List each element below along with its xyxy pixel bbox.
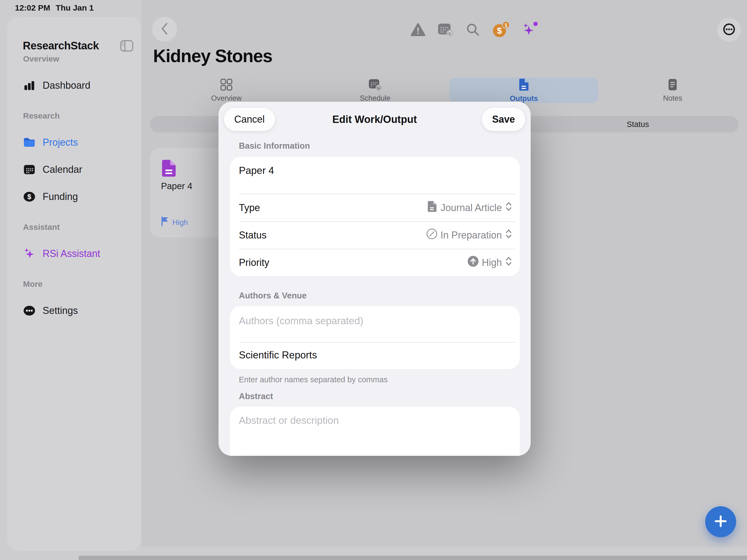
type-row: Type Journal Article [239,194,513,221]
tab-schedule[interactable]: Schedule [301,78,449,103]
clock-time: 12:02 PM [15,3,50,12]
bar-chart-icon [23,79,35,92]
tab-label: Notes [663,94,682,103]
pencil-circle-icon [426,228,438,242]
toolbar: $1 [410,21,538,39]
sidebar-section-assistant: Assistant [23,222,60,232]
arrow-up-circle-icon [467,255,479,270]
tab-outputs[interactable]: Outputs [449,78,598,103]
flag-icon [161,216,169,228]
sidebar-item-projects[interactable]: Projects [23,135,78,150]
sidebar-item-settings[interactable]: Settings [23,303,78,318]
authors-venue-card [230,306,520,369]
status-value: In Preparation [441,230,502,241]
sidebar-item-label: Projects [43,137,78,148]
status-label: Status [239,230,266,241]
type-value: Journal Article [441,202,502,214]
notes-icon [667,78,678,92]
tab-label: Overview [211,94,242,103]
sidebar-item-label: Calendar [43,164,82,175]
sidebar: ResearchStack Overview Dashboard Researc… [7,17,141,551]
authors-field[interactable] [239,315,505,327]
more-button[interactable] [717,18,741,42]
sidebar-section-research: Research [23,111,60,121]
sidebar-toggle-icon[interactable] [120,40,133,53]
priority-picker[interactable]: High [467,255,513,270]
tab-label: Schedule [360,94,391,103]
section-authors-venue: Authors & Venue [239,291,307,301]
chevron-up-down-icon [505,201,513,215]
priority-row: Priority High [239,249,513,276]
type-picker[interactable]: Journal Article [427,201,513,215]
sidebar-item-calendar[interactable]: Calendar [23,162,82,177]
sidebar-section-more: More [23,279,43,289]
sidebar-item-label: Dashboard [43,80,91,91]
grid-icon [220,78,233,92]
calendar-clock-icon[interactable] [438,22,454,38]
sidebar-item-label: RSi Assistant [43,248,100,259]
type-label: Type [239,202,260,214]
priority-row: High [161,216,188,228]
ellipsis-circle-icon [23,304,35,317]
edit-work-output-modal: Cancel Edit Work/Output Save Basic Infor… [218,102,531,456]
dollar-circle-icon: $ [23,190,35,203]
status-bar-left: 12:02 PM Thu Jan 1 [15,3,94,12]
tab-bar: Overview Schedule Outputs Notes [152,78,747,103]
chevron-left-icon [161,22,168,36]
app-title: ResearchStack [23,39,99,52]
basic-information-card: Type Journal Article Status In Preparati… [230,157,520,276]
title-field[interactable] [239,165,505,176]
authors-footer-hint: Enter author names separated by commas [239,375,388,384]
sidebar-item-rsi-assistant[interactable]: RSi Assistant [23,246,100,261]
search-icon[interactable] [466,23,480,38]
sidebar-item-funding[interactable]: $ Funding [23,189,78,204]
plus-icon [714,514,727,529]
warning-icon[interactable] [410,23,426,37]
priority-label: Priority [239,257,269,268]
folder-icon [23,136,35,149]
svg-text:$: $ [497,26,502,35]
add-button[interactable] [705,506,736,537]
chevron-up-down-icon [505,255,513,270]
save-button[interactable]: Save [482,108,525,131]
tab-overview[interactable]: Overview [152,78,301,103]
status-column-header: Status [627,116,649,132]
abstract-field[interactable] [239,415,505,456]
bottom-divider [79,556,747,560]
back-button[interactable] [152,17,177,42]
ellipsis-circle-icon [722,23,736,37]
status-picker[interactable]: In Preparation [426,228,513,242]
tab-notes[interactable]: Notes [598,78,747,103]
abstract-card [230,407,520,456]
chevron-up-down-icon [505,228,513,242]
calendar-clock-icon [368,78,382,92]
page-title: Kidney Stones [153,46,272,66]
funding-badge-icon[interactable]: $1 [492,21,510,39]
venue-field[interactable] [239,349,505,361]
sidebar-item-label: Settings [43,305,78,316]
status-row: Status In Preparation [239,221,513,249]
assistant-sparkles-icon[interactable] [522,21,538,39]
purple-document-icon [161,159,177,178]
calendar-icon [23,163,35,176]
tab-label: Outputs [510,95,538,103]
sidebar-item-dashboard[interactable]: Dashboard [23,78,91,93]
divider [239,342,515,343]
badge-count: 1 [504,22,508,28]
sparkles-icon [23,247,35,260]
sidebar-item-label: Funding [43,191,78,203]
card-title: Paper 4 [161,181,192,191]
clock-date: Thu Jan 1 [56,3,94,12]
priority-label: High [172,218,188,227]
section-basic-information: Basic Information [239,141,310,151]
sidebar-section-overview: Overview [23,54,59,63]
priority-value: High [482,257,502,268]
document-icon [518,78,529,92]
document-icon [427,201,438,215]
svg-text:$: $ [27,193,31,201]
section-abstract: Abstract [239,392,273,401]
